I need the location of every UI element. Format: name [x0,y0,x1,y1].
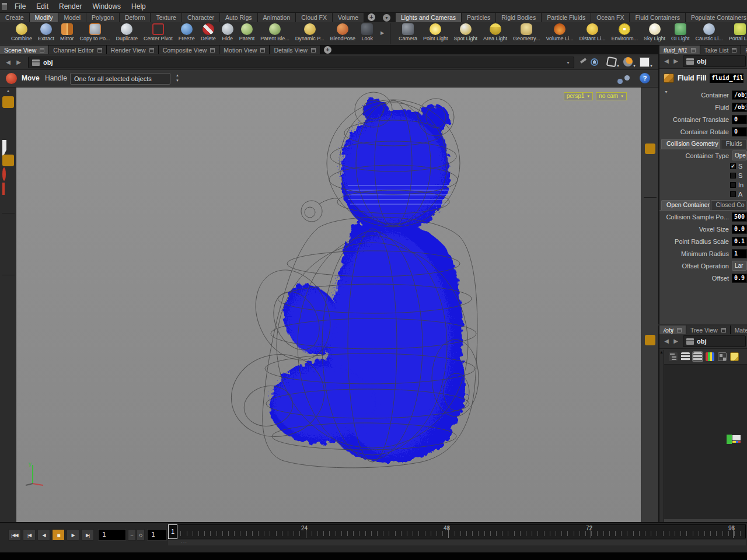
tool-center-pivot[interactable]: Center Pivot [141,22,176,41]
tool-delete[interactable]: Delete [198,22,219,41]
view-option[interactable] [645,321,655,332]
scene-viewport[interactable]: persp1▼ no cam▼ y [16,88,641,522]
tool-mirror[interactable]: Mirror [57,22,77,41]
menu-file[interactable]: File [9,0,31,12]
hierarchy-icon[interactable] [669,352,678,361]
pane-tab-menu-icon[interactable] [210,48,215,52]
pane-tab-menu-icon[interactable] [311,48,316,52]
play-button[interactable]: ▶ [67,529,79,541]
network-tab-tree-view[interactable]: Tree View [686,326,731,334]
view-option[interactable] [645,117,655,127]
network-canvas[interactable] [659,365,747,519]
container-value-field[interactable]: /obj/ [732,90,747,100]
shelf-tab-lights-cameras[interactable]: Lights and Cameras [396,13,462,22]
network-path-field[interactable]: obj [683,335,746,347]
param-tab-performance[interactable]: Pe [741,46,747,54]
view-option[interactable] [645,103,655,114]
pose-tool[interactable] [2,198,14,210]
shelf-tab-modify[interactable]: Modify [30,13,59,22]
offset-operation-dropdown[interactable]: Lar [732,261,747,271]
viewport-camera-menu[interactable]: persp1▼ [564,92,594,100]
timeline-ruler[interactable]: 24 48 72 96 1 [168,524,746,538]
container-translate-field[interactable]: 0 [732,115,747,124]
tool-blendpose[interactable]: BlendPose [327,22,359,41]
tool-look[interactable]: Look [358,22,376,41]
nav-forward-button[interactable]: ▶ [671,57,680,66]
move-tool[interactable] [2,155,14,166]
view-option[interactable] [645,184,655,194]
go-to-start-button[interactable]: |◀◀ [8,529,21,541]
shelf-scroll-arrow[interactable]: ▶ [381,30,384,36]
prev-frame-button[interactable]: |◀ [23,529,36,541]
pane-tab-render-view[interactable]: Render View [107,46,159,54]
fluid-value-field[interactable]: /obj/ [732,103,747,112]
tool-parent[interactable]: Parent [236,22,258,41]
view-option[interactable] [645,157,655,167]
rigging-tool[interactable] [2,278,14,290]
tool-duplicate[interactable]: Duplicate [113,22,141,41]
scale-tool[interactable] [2,184,14,195]
tool-copy-to-points[interactable]: Copy to Po... [77,22,113,41]
material-tool[interactable] [2,293,14,304]
view-option-active[interactable] [645,144,655,154]
shelf-tab-texture[interactable]: Texture [151,13,181,22]
tool-geometry-light[interactable]: Geometry... [510,22,543,41]
add-pane-tab-button[interactable]: + [324,46,331,54]
nav-back-button[interactable]: ◀ [662,337,671,346]
shelf-tab-auto-rigs[interactable]: Auto Rigs [220,13,258,22]
node-flag[interactable] [727,435,732,444]
view-option-active[interactable] [645,335,655,345]
path-dropdown-icon[interactable]: ▼ [566,61,570,65]
view-option[interactable] [645,281,655,292]
pin-icon[interactable] [580,58,587,64]
view-option[interactable] [645,308,655,318]
tab-fluids[interactable]: Fluids [721,139,746,149]
nav-back-button[interactable]: ◀ [4,58,13,67]
view-option[interactable] [645,228,655,238]
view-option[interactable] [645,254,655,265]
tool-point-light[interactable]: Point Light [420,22,451,41]
tool-dynamic-parent[interactable]: Dynamic P... [292,22,327,41]
snap-grid-tool[interactable] [2,216,14,228]
tool-freeze[interactable]: Freeze [176,22,198,41]
tool-extract[interactable]: Extract [35,22,57,41]
shelf-menu-button[interactable]: ▼ [383,14,390,22]
view-option[interactable] [645,295,655,305]
param-tab-fluid-fill1[interactable]: fluid_fill1 [659,46,700,54]
shelf-tab-populate-containers[interactable]: Populate Containers [686,13,747,22]
frame-start-field[interactable]: 1 [98,529,126,541]
box-select-tool[interactable] [2,111,14,123]
handle-mode-spinner[interactable]: ▲▼ [174,73,181,85]
timeline-range-bar[interactable]: ··· [168,540,746,545]
select-tool[interactable] [2,140,14,152]
sticky-note-icon[interactable] [730,352,739,361]
view-option[interactable] [645,170,655,181]
pane-tab-channel-editor[interactable]: Channel Editor [49,46,106,54]
offset-field[interactable]: 0.9 [732,274,747,283]
tool-sky-light[interactable]: Sky Light [641,22,668,41]
pane-tab-details-view[interactable]: Details View [270,46,320,54]
tool-camera[interactable]: Camera [396,22,420,41]
paint-select-tool[interactable] [2,125,14,137]
nav-forward-button[interactable]: ▶ [14,58,23,67]
tool-hide[interactable]: Hide [219,22,236,41]
next-frame-button[interactable]: ▶| [81,529,94,541]
pane-tab-menu-icon[interactable] [721,328,726,332]
stop-button[interactable]: ■ [52,529,65,541]
menu-help[interactable]: Help [126,0,151,12]
container-type-dropdown[interactable]: Ope [732,150,747,160]
node-name-field[interactable]: fluid_fill1 [710,74,743,83]
pane-tab-menu-icon[interactable] [677,328,682,332]
voxel-size-field[interactable]: 0.0 [732,225,747,234]
shelf-tab-character[interactable]: Character [182,13,220,22]
tool-gi-light[interactable]: GI Light [668,22,693,41]
view-option[interactable] [645,130,655,141]
minimum-radius-field[interactable]: 1 [732,249,747,258]
characters-icon[interactable] [617,74,633,84]
add-shelf-tab-button[interactable]: + [368,13,375,21]
menu-render[interactable]: Render [54,0,87,12]
tool-portal-light[interactable]: Portal Lig [726,22,747,41]
view-option[interactable] [645,241,655,251]
tool-parent-blend[interactable]: Parent Ble... [257,22,292,41]
current-frame-field[interactable]: 1 [147,529,167,541]
